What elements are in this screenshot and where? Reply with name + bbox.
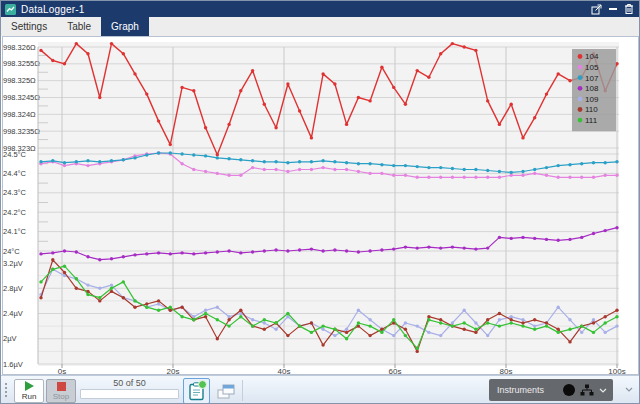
tab-bar: Settings Table Graph — [1, 17, 639, 36]
export-window-button[interactable] — [212, 378, 239, 404]
instruments-dropdown[interactable]: Instruments — [489, 379, 613, 401]
svg-text:24°C: 24°C — [3, 247, 20, 256]
svg-text:3.2µV: 3.2µV — [3, 259, 23, 268]
svg-text:24.1°C: 24.1°C — [3, 227, 27, 236]
svg-text:2.8µV: 2.8µV — [3, 284, 23, 293]
svg-text:998.324Ω: 998.324Ω — [3, 110, 36, 119]
bottom-toolbar: Run Stop 50 of 50 — [1, 375, 640, 404]
svg-text:60s: 60s — [389, 367, 402, 376]
datalogger-window: DataLogger-1 Settings Table Graph 998.32… — [0, 0, 640, 404]
network-icon — [580, 384, 594, 396]
svg-text:40s: 40s — [278, 367, 291, 376]
legend: 104105107108109110111 — [572, 49, 616, 131]
instrument-count-badge — [563, 384, 575, 396]
window-title: DataLogger-1 — [21, 4, 85, 15]
instruments-label: Instruments — [497, 385, 544, 395]
svg-text:998.325Ω: 998.325Ω — [3, 76, 36, 85]
svg-text:1.6µV: 1.6µV — [3, 360, 23, 369]
svg-text:109: 109 — [585, 95, 599, 104]
svg-text:998.3235Ω: 998.3235Ω — [3, 127, 40, 136]
svg-text:111: 111 — [585, 116, 598, 125]
svg-text:105: 105 — [585, 63, 599, 72]
stop-icon — [57, 382, 66, 391]
toolbar-separator — [242, 380, 243, 401]
play-icon — [25, 381, 34, 391]
delete-icon[interactable] — [624, 3, 634, 15]
stop-button[interactable]: Stop — [46, 379, 76, 403]
window-controls — [591, 3, 634, 15]
run-label: Run — [22, 392, 37, 401]
window-export-icon — [217, 384, 235, 399]
progress-count: 50 of 50 — [113, 378, 146, 389]
app-icon — [5, 4, 16, 15]
tab-graph[interactable]: Graph — [101, 17, 149, 36]
graph-plot[interactable]: 998.326Ω998.3255Ω998.325Ω998.3245Ω998.32… — [1, 37, 640, 375]
svg-text:0s: 0s — [58, 367, 66, 376]
stop-label: Stop — [53, 392, 69, 401]
acquisition-progress: 50 of 50 — [80, 378, 179, 399]
svg-text:24.5°C: 24.5°C — [3, 150, 27, 159]
svg-text:24.2°C: 24.2°C — [3, 208, 27, 217]
run-button[interactable]: Run — [14, 379, 44, 403]
tab-settings[interactable]: Settings — [1, 17, 57, 36]
active-status-badge — [198, 380, 207, 389]
svg-text:998.3255Ω: 998.3255Ω — [3, 59, 40, 68]
minimize-icon[interactable] — [609, 8, 617, 10]
progress-bar — [80, 389, 179, 399]
toolbar-overflow-chevron-icon[interactable] — [625, 387, 633, 392]
datalog-view-button[interactable] — [183, 378, 210, 404]
svg-text:24.3°C: 24.3°C — [3, 188, 27, 197]
svg-text:20s: 20s — [167, 367, 180, 376]
svg-text:110: 110 — [585, 105, 598, 114]
pop-out-icon[interactable] — [591, 4, 602, 15]
svg-text:2.4µV: 2.4µV — [3, 309, 23, 318]
svg-text:100s: 100s — [608, 367, 625, 376]
svg-text:107: 107 — [585, 74, 599, 83]
title-bar: DataLogger-1 — [1, 1, 639, 17]
svg-text:24.4°C: 24.4°C — [3, 169, 27, 178]
svg-text:80s: 80s — [500, 367, 513, 376]
svg-text:998.326Ω: 998.326Ω — [3, 43, 36, 52]
toolbar-grip-icon[interactable] — [5, 383, 7, 397]
svg-text:104: 104 — [585, 52, 599, 61]
svg-text:108: 108 — [585, 84, 599, 93]
svg-text:2µV: 2µV — [3, 334, 17, 343]
tab-table[interactable]: Table — [57, 17, 101, 36]
svg-text:998.3245Ω: 998.3245Ω — [3, 93, 40, 102]
chevron-down-icon — [599, 388, 607, 393]
